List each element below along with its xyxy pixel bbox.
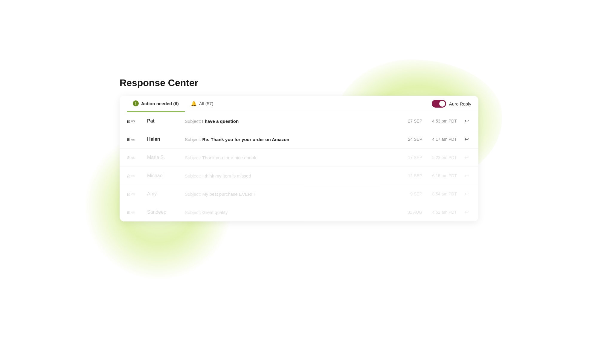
amazon-logo: a	[127, 173, 130, 179]
amazon-logo: a	[127, 155, 130, 161]
amazon-logo: a	[127, 136, 130, 143]
auro-reply-switch[interactable]	[432, 100, 446, 108]
table-row[interactable]: a .us Pat Subject: I have a question 27 …	[120, 112, 478, 130]
sender-name: Sandeep	[147, 209, 180, 215]
marketplace-badge: a .es	[127, 155, 142, 161]
bell-icon: 🔔	[191, 101, 197, 106]
message-time: 4:17 am PDT	[427, 137, 457, 142]
page-title: Response Center	[120, 77, 478, 88]
toggle-thumb	[439, 101, 445, 107]
sender-name: Michael	[147, 173, 180, 178]
main-content: Response Center ! Action needed (6) 🔔 Al…	[120, 77, 478, 221]
sender-name: Helen	[147, 137, 180, 142]
marketplace-badge: a .es	[127, 173, 142, 179]
auro-reply-toggle[interactable]: Auro Reply	[432, 96, 471, 111]
message-time: 4:53 pm PDT	[427, 119, 457, 123]
marketplace-tld: .es	[130, 174, 135, 178]
reply-button[interactable]: ↩	[462, 171, 471, 181]
table-row[interactable]: a .es Amy Subject: My best purchase EVER…	[120, 185, 478, 203]
message-date: 27 SEP	[398, 119, 422, 123]
subject-text: I think my item is missed	[202, 173, 251, 178]
sender-name: Amy	[147, 191, 180, 197]
reply-button[interactable]: ↩	[462, 116, 471, 126]
marketplace-tld: .es	[130, 210, 135, 214]
message-date: 31 AUG	[398, 210, 422, 215]
message-time: 6:15 pm PDT	[427, 173, 457, 178]
message-subject: Subject: I have a question	[185, 119, 393, 124]
marketplace-tld: .es	[130, 156, 135, 159]
message-time: 5:23 pm PDT	[427, 155, 457, 160]
marketplace-tld: .us	[130, 119, 135, 123]
message-subject: Subject: Thank you for a nice ebook	[185, 155, 393, 160]
message-time: 4:52 am PDT	[427, 210, 457, 215]
amazon-logo: a	[127, 209, 130, 215]
marketplace-badge: a .us	[127, 136, 142, 143]
subject-text: Thank you for a nice ebook	[202, 155, 256, 160]
table-row[interactable]: a .es Sandeep Subject: Great quality 31 …	[120, 203, 478, 221]
alert-icon: !	[133, 100, 139, 106]
sender-name: Pat	[147, 118, 180, 124]
response-center-card: ! Action needed (6) 🔔 All (57) Auro Repl…	[120, 96, 478, 221]
subject-text: I have a question	[202, 119, 239, 124]
message-subject: Subject: Great quality	[185, 210, 393, 215]
messages-list: a .us Pat Subject: I have a question 27 …	[120, 112, 478, 221]
table-row[interactable]: a .us Helen Subject: Re: Thank you for y…	[120, 130, 478, 149]
marketplace-badge: a .es	[127, 191, 142, 197]
reply-button[interactable]: ↩	[462, 134, 471, 144]
message-subject: Subject: My best purchase EVER!!!	[185, 192, 393, 197]
marketplace-tld: .es	[130, 192, 135, 196]
message-date: 24 SEP	[398, 137, 422, 142]
table-row[interactable]: a .es Maria S. Subject: Thank you for a …	[120, 149, 478, 167]
reply-button[interactable]: ↩	[462, 207, 471, 217]
amazon-logo: a	[127, 191, 130, 197]
reply-button[interactable]: ↩	[462, 153, 471, 162]
page-wrapper: Response Center ! Action needed (6) 🔔 Al…	[120, 77, 478, 287]
message-date: 9 SEP	[398, 192, 422, 196]
amazon-logo: a	[127, 118, 130, 124]
message-subject: Subject: I think my item is missed	[185, 173, 393, 178]
subject-text: Re: Thank you for your order on Amazon	[202, 137, 289, 142]
marketplace-tld: .us	[130, 137, 135, 141]
reply-button[interactable]: ↩	[462, 189, 471, 199]
message-time: 8:54 am PDT	[427, 192, 457, 196]
tab-action-needed[interactable]: ! Action needed (6)	[127, 96, 185, 112]
auro-reply-label: Auro Reply	[449, 101, 471, 106]
sender-name: Maria S.	[147, 155, 180, 160]
marketplace-badge: a .es	[127, 209, 142, 215]
subject-text: Great quality	[202, 210, 228, 215]
message-subject: Subject: Re: Thank you for your order on…	[185, 137, 393, 142]
message-date: 17 SEP	[398, 155, 422, 160]
table-row[interactable]: a .es Michael Subject: I think my item i…	[120, 167, 478, 185]
subject-text: My best purchase EVER!!!	[202, 192, 255, 197]
message-date: 12 SEP	[398, 173, 422, 178]
tabs-header: ! Action needed (6) 🔔 All (57) Auro Repl…	[120, 96, 478, 112]
tab-all[interactable]: 🔔 All (57)	[185, 96, 219, 112]
marketplace-badge: a .us	[127, 118, 142, 124]
